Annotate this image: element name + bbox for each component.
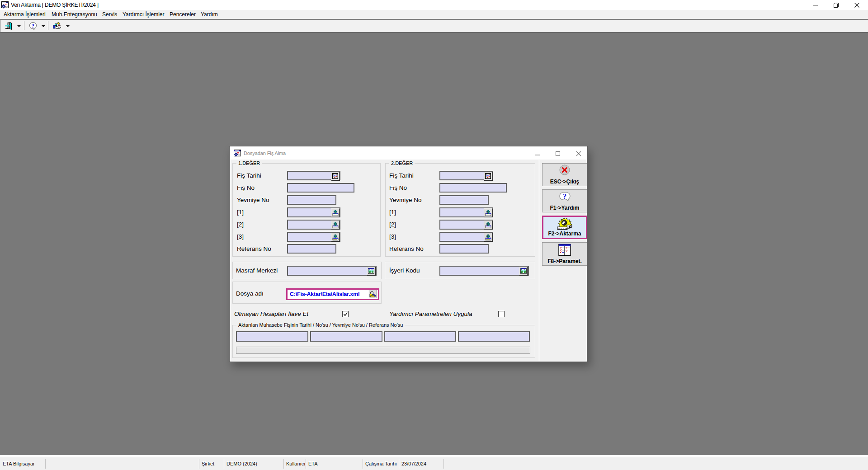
status-company-value: DEMO (2024) (224, 457, 257, 470)
exit-door-icon (5, 22, 13, 30)
toolbar-exit-button[interactable] (5, 21, 21, 31)
code-select-button-2-2[interactable] (484, 221, 492, 229)
output-status-line (236, 347, 530, 354)
dialog-maximize-button[interactable] (551, 147, 565, 160)
input-referans-no-2[interactable] (439, 244, 489, 254)
input-yevmiye-no-2[interactable] (439, 195, 489, 205)
svg-text:?: ? (563, 192, 567, 201)
toolbar-separator (48, 21, 48, 30)
f2-aktarma-button[interactable]: F2->Aktarma (542, 216, 587, 239)
date-picker-button-2[interactable] (484, 172, 492, 180)
esc-cikis-button[interactable]: ESC->Çıkış (542, 163, 587, 186)
menu-pencereler[interactable]: Pencereler (170, 10, 196, 19)
dialog-title: Dosyadan Fiş Alma (244, 147, 286, 160)
menu-muh-entegrasyonu[interactable]: Muh.Entegrasyonu (52, 10, 97, 19)
input-isyeri-kodu[interactable] (439, 266, 529, 276)
close-button[interactable] (849, 0, 864, 10)
dialog-separator (539, 160, 539, 361)
label-dosya-adi: Dosya adı (236, 289, 264, 299)
dialog-minimize-button[interactable] (531, 147, 544, 160)
dialog-icon (234, 150, 241, 157)
dialog-minimize-icon (535, 151, 540, 156)
checkbox-olmayan-hesaplari[interactable] (342, 311, 349, 317)
table-list-icon (520, 268, 527, 274)
toolbar-help-button[interactable]: ? (29, 21, 45, 31)
menu-yardim[interactable]: Yardım (201, 10, 218, 19)
esc-cikis-label: ESC->Çıkış (542, 179, 587, 185)
date-picker-button-1[interactable] (331, 172, 340, 180)
code-select-icon (332, 210, 339, 216)
label-1-1: [1] (237, 207, 244, 217)
help-balloon-icon: ? (29, 22, 37, 30)
status-separator (443, 459, 444, 469)
menu-aktarma-islemleri[interactable]: Aktarma İşlemleri (4, 10, 46, 19)
menu-servis[interactable]: Servis (102, 10, 117, 19)
code-select-button-3-2[interactable] (484, 233, 492, 241)
status-user-label: Kullanıcı (283, 457, 305, 470)
toolbar-transfer-button[interactable] (53, 21, 70, 31)
label-yardimci-parametreleri: Yardımcı Parametreleri Uygula (389, 310, 472, 319)
label-yevmiye-no-2: Yevmiye No (389, 195, 422, 205)
output-fis-no[interactable] (310, 331, 382, 342)
masraf-merkezi-select-button[interactable] (367, 267, 375, 275)
label-isyeri-kodu: İşyeri Kodu (389, 266, 420, 276)
main-titlebar: Veri Aktarma [ DEMO ŞİRKETİ/2024 ] (0, 0, 868, 10)
label-3-1: [3] (237, 232, 244, 241)
code-select-button-1-1[interactable] (331, 208, 340, 217)
output-yevmiye-no[interactable] (384, 331, 456, 342)
dialog-close-button[interactable] (572, 147, 585, 160)
group-2-legend: 2.DEĞER (389, 160, 415, 166)
calendar-icon (332, 173, 338, 179)
input-referans-no-1[interactable] (287, 244, 336, 254)
transfer-dropdown-caret[interactable] (66, 25, 70, 27)
checkbox-yardimci-parametreleri[interactable] (498, 311, 505, 317)
red-x-circle-icon (542, 164, 587, 176)
isyeri-kodu-select-button[interactable] (519, 267, 528, 275)
label-2-2: [2] (389, 220, 396, 229)
status-user-value: ETA (306, 457, 318, 470)
dosya-adi-value: C:\Fis-Aktar\Eta\Alislar.xml (290, 290, 359, 299)
menu-yardimci-islemler[interactable]: Yardımcı İşlemler (123, 10, 164, 19)
input-masraf-merkezi[interactable] (287, 266, 377, 276)
code-select-button-1-2[interactable] (484, 208, 492, 217)
label-fis-tarihi-2: Fiş Tarihi (389, 171, 414, 180)
input-dosya-adi[interactable]: C:\Fis-Aktar\Eta\Alislar.xml (286, 288, 379, 300)
help-balloon-icon: ? (542, 191, 587, 203)
group-aktarilan-legend: Aktarılan Muhasebe Fişinin Tarihi / No's… (236, 322, 405, 328)
code-select-icon (332, 222, 339, 228)
minimize-icon (813, 2, 818, 8)
label-3-2: [3] (389, 232, 396, 241)
table-list-icon (368, 268, 374, 274)
toolbar-separator (24, 21, 24, 30)
input-yevmiye-no-1[interactable] (287, 195, 336, 205)
saw-wrench-icon (543, 217, 586, 231)
help-dropdown-caret[interactable] (42, 25, 45, 27)
toolbar: ? (0, 20, 868, 33)
dialog-close-icon (576, 151, 581, 156)
restore-icon (833, 2, 839, 8)
output-fis-tarihi[interactable] (236, 331, 308, 342)
svg-text:?: ? (32, 22, 35, 29)
label-referans-no-2: Referans No (389, 244, 424, 254)
label-yevmiye-no-1: Yevmiye No (237, 195, 269, 205)
f1-yardim-label: F1->Yardım (542, 205, 587, 211)
exit-dropdown-caret[interactable] (17, 25, 21, 27)
file-browse-button[interactable] (368, 290, 377, 298)
f8-paramet-button[interactable]: F8->Paramet. (542, 242, 587, 266)
label-fis-tarihi-1: Fiş Tarihi (237, 171, 261, 180)
minimize-button[interactable] (808, 0, 823, 10)
input-fis-no-2[interactable] (439, 183, 507, 193)
label-olmayan-hesaplari: Olmayan Hesapları İlave Et (234, 310, 308, 319)
label-1-2: [1] (389, 207, 396, 217)
code-select-button-2-1[interactable] (331, 221, 340, 229)
checkmark-icon (343, 312, 348, 317)
status-separator (45, 459, 46, 469)
f1-yardim-button[interactable]: ? F1->Yardım (542, 189, 587, 212)
code-select-icon (485, 210, 491, 216)
output-referans-no[interactable] (458, 331, 530, 342)
code-select-button-3-1[interactable] (331, 233, 340, 241)
app-icon (1, 1, 9, 9)
restore-button[interactable] (828, 0, 844, 10)
input-fis-no-1[interactable] (287, 183, 354, 193)
folder-search-icon (369, 291, 376, 297)
